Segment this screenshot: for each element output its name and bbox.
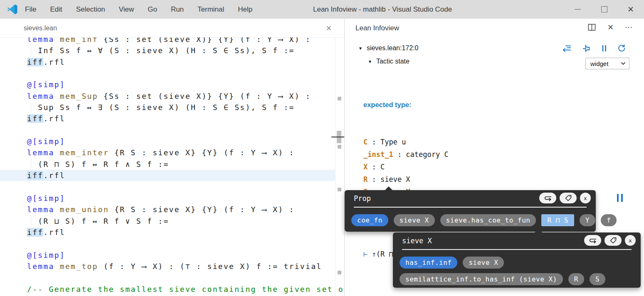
code-token	[54, 92, 60, 100]
code-line[interactable]: Sup Ss f ↔ ∃ (S : sieve X) (H : S ∈ Ss),…	[0, 102, 335, 113]
code-line[interactable]: @[simp]	[0, 136, 335, 147]
code-line[interactable]	[0, 68, 335, 79]
window-controls: ✕	[564, 0, 644, 19]
collapse-triangle-icon[interactable]: ▼	[368, 59, 372, 64]
hypothesis-line[interactable]: C : Type u	[363, 136, 474, 148]
menu-help[interactable]: Help	[238, 5, 252, 14]
code-line[interactable]: lemma mem_union {R S : sieve X} {Y} (f :…	[0, 204, 335, 215]
code-line[interactable]: (R ⊔ S) f ↔ R f ∨ S f :=	[0, 215, 335, 227]
code-line[interactable]: @[simp]	[0, 250, 335, 261]
code-line[interactable]: @[simp]	[0, 193, 335, 204]
code-token	[54, 205, 60, 214]
code-line[interactable]: iff.rfl	[0, 113, 335, 124]
overview-ruler-mark	[338, 145, 341, 149]
close-panel-icon[interactable]: ✕	[607, 24, 614, 31]
tab-close-icon[interactable]: ✕	[326, 24, 332, 32]
collapse-triangle-icon[interactable]: ▼	[358, 46, 363, 51]
code-token: {Ss : set (sieve X)} {Y} (f : Y ⟶ X) :	[98, 37, 311, 44]
pause-icon[interactable]	[601, 44, 607, 52]
code-line[interactable]: iff.rfl	[0, 170, 335, 181]
code-token: /-- Generate the smallest sieve containi…	[27, 285, 344, 294]
tooltip-title: Prop	[354, 190, 371, 207]
tactic-state-header[interactable]: ▼ Tactic state	[368, 58, 410, 65]
menu-file[interactable]: File	[25, 5, 36, 14]
pill-Y[interactable]: Y	[580, 214, 595, 226]
code-token: lemma	[27, 262, 54, 271]
code-line[interactable]: lemma mem_top (f : Y ⟶ X) : (⊤ : sieve X…	[0, 261, 335, 272]
hypothesis-type: : C	[368, 163, 385, 171]
code-token: mem_Sup	[60, 92, 98, 100]
code-line[interactable]: @[simp]	[0, 79, 335, 90]
go-to-definition-button[interactable]	[539, 193, 556, 203]
refresh-icon[interactable]	[617, 44, 626, 52]
minimize-icon	[575, 9, 581, 10]
code-line[interactable]	[0, 238, 335, 249]
pill-S[interactable]: S	[590, 273, 605, 285]
infoview-toolbar	[562, 44, 626, 52]
highlighted-word: iff	[27, 228, 43, 237]
pill-row: coe_fnsieve Xsieve.has_coe_to_funR ⊓ SYf	[351, 214, 617, 226]
close-tooltip-button[interactable]: x	[625, 235, 636, 246]
code-line[interactable]: lemma mem_inter {R S : sieve X} {Y} (f :…	[0, 147, 335, 158]
more-actions-icon[interactable]: ⋯	[625, 24, 632, 31]
pill-R-S[interactable]: R ⊓ S	[541, 214, 574, 226]
tag-button[interactable]	[605, 235, 622, 246]
tooltip-prop: Prop x coe_fnsieve Xsieve.has_coe_to_fun…	[345, 190, 596, 232]
vscode-window: FileEditSelectionViewGoRunTerminalHelp L…	[0, 0, 644, 296]
menu-go[interactable]: Go	[148, 5, 157, 14]
code-line[interactable]	[0, 181, 335, 192]
pin-icon[interactable]	[582, 44, 591, 52]
code-line[interactable]	[0, 272, 335, 283]
code-token: mem_inter	[60, 148, 109, 157]
close-window-button[interactable]: ✕	[617, 0, 644, 19]
pill-sieve-X[interactable]: sieve X	[463, 257, 504, 269]
code-line[interactable]: iff.rfl	[0, 227, 335, 238]
hypothesis-line[interactable]: R : sieve X	[363, 173, 474, 186]
pill-semilattice_inf.to_has_inf-sieve-X[interactable]: semilattice_inf.to_has_inf (sieve X)	[400, 273, 563, 285]
hypothesis-line[interactable]: X : C	[363, 161, 474, 173]
maximize-button[interactable]	[591, 0, 617, 19]
tag-button[interactable]	[560, 193, 577, 203]
close-tooltip-button[interactable]: x	[580, 193, 591, 203]
tab-sieves-lean[interactable]: sieves.lean	[24, 24, 57, 32]
go-to-definition-button[interactable]	[584, 235, 601, 246]
vscode-logo-icon	[7, 4, 18, 15]
tab-bar: sieves.lean ✕	[0, 19, 344, 38]
code-line[interactable]: lemma mem_Sup {Ss : set (sieve X)} {Y} (…	[0, 91, 335, 102]
menu-edit[interactable]: Edit	[50, 5, 62, 14]
pause-indicator-icon[interactable]	[617, 194, 623, 202]
code-token: lemma	[27, 205, 54, 214]
pill-R[interactable]: R	[568, 273, 584, 285]
code-line[interactable]	[0, 125, 335, 136]
tooltip-buttons: x	[584, 235, 636, 246]
menu-selection[interactable]: Selection	[76, 5, 105, 14]
copy-to-comment-icon[interactable]	[562, 44, 572, 52]
tooltip-pill-rows: coe_fnsieve Xsieve.has_coe_to_funR ⊓ SYf	[351, 214, 617, 226]
pill-sieve-X[interactable]: sieve X	[394, 214, 435, 226]
code-editor[interactable]: lemma mem_inf {Ss : set (sieve X)} {Y} (…	[0, 37, 344, 296]
tag-icon	[609, 237, 617, 244]
code-line[interactable]: /-- Generate the smallest sieve containi…	[0, 284, 335, 295]
code-token: @[simp]	[27, 80, 65, 89]
pill-coe_fn[interactable]: coe_fn	[351, 214, 388, 226]
menu-run[interactable]: Run	[171, 5, 184, 14]
code-line[interactable]: (R ⊓ S) f ↔ R f ∧ S f :=	[0, 159, 335, 170]
file-location-header[interactable]: ▼ sieves.lean:172:0	[358, 44, 418, 52]
split-editor-icon[interactable]	[588, 24, 596, 31]
pill-f[interactable]: f	[601, 214, 617, 226]
menu-view[interactable]: View	[119, 5, 134, 14]
menu-terminal[interactable]: Terminal	[197, 5, 224, 14]
code-line[interactable]: iff.rfl	[0, 56, 335, 68]
tooltip-arrow	[385, 186, 393, 191]
pill-sieve.has_coe_to_fun[interactable]: sieve.has_coe_to_fun	[440, 214, 536, 226]
widget-dropdown[interactable]: widget	[585, 58, 629, 69]
code-token	[54, 37, 60, 44]
tooltip-divider	[354, 207, 587, 208]
close-icon: x	[584, 195, 587, 201]
code-line[interactable]: lemma mem_inf {Ss : set (sieve X)} {Y} (…	[0, 37, 335, 45]
hypothesis-line[interactable]: _inst_1 : category C	[363, 148, 474, 161]
pill-has_inf.inf[interactable]: has_inf.inf	[400, 257, 457, 269]
code-line[interactable]: Inf Ss f ↔ ∀ (S : sieve X) (H : S ∈ Ss),…	[0, 45, 335, 56]
hypothesis-name: C	[363, 138, 368, 146]
minimize-button[interactable]	[564, 0, 591, 19]
